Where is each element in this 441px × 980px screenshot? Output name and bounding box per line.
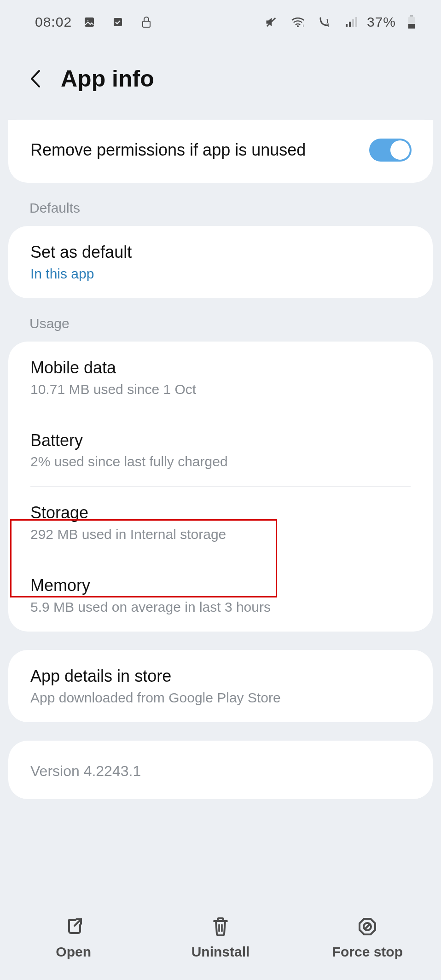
svg-rect-2: [114, 18, 122, 26]
svg-text:+: +: [302, 23, 305, 28]
page-title: App info: [61, 65, 154, 92]
storage-row[interactable]: Storage 292 MB used in Internal storage: [8, 487, 433, 559]
svg-rect-11: [355, 17, 357, 27]
force-stop-button[interactable]: Force stop: [295, 916, 440, 960]
image-icon: [78, 11, 100, 33]
svg-rect-3: [143, 21, 150, 27]
force-stop-label: Force stop: [332, 944, 403, 960]
set-as-default-title: Set as default: [30, 242, 412, 263]
svg-rect-9: [349, 22, 351, 27]
svg-rect-8: [346, 24, 348, 27]
svg-point-5: [297, 25, 299, 27]
section-defaults: Defaults: [0, 183, 441, 226]
open-button[interactable]: Open: [1, 916, 146, 960]
back-button[interactable]: [26, 70, 44, 88]
battery-sub: 2% used since last fully charged: [30, 454, 412, 470]
svg-rect-10: [352, 19, 354, 27]
remove-permissions-label: Remove permissions if app is unused: [30, 140, 369, 160]
wifi-icon: +: [287, 11, 309, 33]
battery-percent: 37%: [367, 14, 396, 30]
lock-icon: [135, 11, 157, 33]
svg-rect-0: [85, 18, 93, 26]
mobile-data-row[interactable]: Mobile data 10.71 MB used since 1 Oct: [8, 342, 433, 414]
trash-icon: [209, 916, 232, 938]
battery-icon: [400, 11, 423, 33]
svg-text:1: 1: [327, 23, 330, 28]
mobile-data-title: Mobile data: [30, 357, 412, 379]
version-text: Version 4.2243.1: [30, 763, 412, 780]
status-bar: 08:02 + 1 37%: [0, 0, 441, 38]
app-details-store-row[interactable]: App details in store App downloaded from…: [8, 650, 433, 722]
storage-sub: 292 MB used in Internal storage: [30, 527, 412, 542]
signal-icon: [340, 11, 362, 33]
remove-permissions-toggle[interactable]: [369, 139, 412, 162]
set-as-default-sub: In this app: [30, 266, 412, 282]
storage-title: Storage: [30, 502, 412, 524]
version-row: Version 4.2243.1: [8, 741, 433, 799]
battery-title: Battery: [30, 430, 412, 452]
memory-title: Memory: [30, 575, 412, 597]
open-icon: [63, 916, 85, 938]
header: App info: [0, 38, 441, 120]
app-details-store-sub: App downloaded from Google Play Store: [30, 690, 412, 706]
memory-row[interactable]: Memory 5.9 MB used on average in last 3 …: [8, 559, 433, 632]
memory-sub: 5.9 MB used on average in last 3 hours: [30, 599, 412, 615]
section-usage: Usage: [0, 298, 441, 342]
status-time: 08:02: [35, 14, 72, 30]
set-as-default-row[interactable]: Set as default In this app: [8, 226, 433, 298]
uninstall-label: Uninstall: [191, 944, 250, 960]
open-label: Open: [56, 944, 91, 960]
svg-rect-12: [410, 15, 413, 17]
svg-rect-15: [408, 27, 415, 29]
bottom-action-bar: Open Uninstall Force stop: [0, 900, 441, 980]
force-stop-icon: [356, 916, 378, 938]
app-details-store-title: App details in store: [30, 666, 412, 687]
mute-icon: [260, 11, 282, 33]
volte-icon: 1: [313, 11, 336, 33]
mobile-data-sub: 10.71 MB used since 1 Oct: [30, 382, 412, 397]
svg-point-1: [87, 20, 89, 22]
uninstall-button[interactable]: Uninstall: [148, 916, 293, 960]
battery-row[interactable]: Battery 2% used since last fully charged: [8, 414, 433, 487]
svg-line-20: [365, 924, 370, 929]
check-icon: [107, 11, 129, 33]
